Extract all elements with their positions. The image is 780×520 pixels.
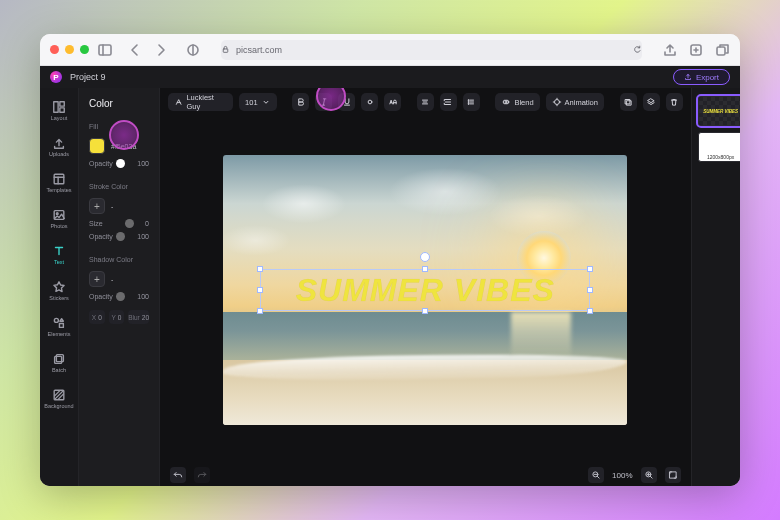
rail-templates[interactable]: Templates [40, 166, 78, 198]
rail-layout[interactable]: Layout [40, 94, 78, 126]
letter-case-button[interactable] [384, 93, 401, 111]
panel-title: Color [89, 98, 149, 109]
picsart-logo-icon[interactable]: P [50, 71, 62, 83]
traffic-lights [50, 45, 89, 54]
rail-text[interactable]: Text [40, 238, 78, 270]
blend-button[interactable]: Blend [495, 93, 539, 111]
underline-button[interactable] [338, 93, 355, 111]
resize-handle[interactable] [587, 266, 593, 272]
shadow-x-field[interactable]: X0 [89, 310, 105, 324]
refresh-icon[interactable] [633, 45, 642, 54]
spacing-button[interactable] [440, 93, 457, 111]
shadow-blur-field[interactable]: Blur20 [128, 310, 149, 324]
close-window-icon[interactable] [50, 45, 59, 54]
url-text: picsart.com [236, 45, 282, 55]
app-main: Layout Uploads Templates Photos Text Sti… [40, 88, 740, 486]
resize-handle[interactable] [257, 308, 263, 314]
lock-icon [221, 45, 230, 54]
svg-point-34 [468, 102, 469, 103]
minimize-window-icon[interactable] [65, 45, 74, 54]
shield-icon[interactable] [185, 42, 201, 58]
selection-box[interactable] [260, 269, 590, 311]
svg-rect-18 [59, 323, 63, 327]
rotate-handle-icon[interactable] [420, 252, 430, 262]
text-color-button[interactable] [361, 93, 378, 111]
page-thumbnail-1[interactable]: SUMMER VIBES [698, 96, 740, 126]
picsart-app: P Project 9 Export Layout Uploads Templa… [40, 66, 740, 486]
tabs-icon[interactable] [714, 42, 730, 58]
duplicate-button[interactable] [620, 93, 637, 111]
resize-handle[interactable] [422, 308, 428, 314]
font-icon [174, 97, 183, 107]
font-size-field[interactable]: 101 [239, 93, 277, 111]
url-bar[interactable]: picsart.com [221, 40, 642, 60]
bottom-bar: 100% [160, 464, 691, 486]
maximize-window-icon[interactable] [80, 45, 89, 54]
project-title: Project 9 [70, 72, 657, 82]
rail-batch[interactable]: Batch [40, 346, 78, 378]
svg-rect-10 [60, 101, 64, 105]
animation-icon [552, 97, 562, 107]
stroke-heading: Stroke Color [89, 183, 149, 190]
pages-panel: SUMMER VIBES 1200x800px [691, 88, 740, 486]
share-icon[interactable] [662, 42, 678, 58]
delete-button[interactable] [666, 93, 683, 111]
svg-rect-0 [99, 45, 111, 55]
canvas-wrap: Luckiest Guy 101 Ble [160, 88, 691, 486]
fill-hex-value[interactable]: #f5e03a [111, 143, 136, 150]
resize-handle[interactable] [257, 287, 263, 293]
opacity-label: Opacity [89, 160, 119, 167]
resize-handle[interactable] [587, 287, 593, 293]
design-canvas[interactable]: SUMMER VIBES [223, 155, 627, 425]
fill-heading: Fill [89, 123, 149, 130]
shadow-y-field[interactable]: Y0 [109, 310, 125, 324]
canvas-area[interactable]: SUMMER VIBES [160, 116, 691, 464]
resize-handle[interactable] [587, 308, 593, 314]
fit-screen-button[interactable] [665, 467, 681, 483]
sidebar-toggle-icon[interactable] [97, 42, 113, 58]
italic-button[interactable] [315, 93, 332, 111]
zoom-in-button[interactable] [641, 467, 657, 483]
svg-point-33 [468, 100, 469, 101]
chevron-down-icon [261, 97, 271, 107]
svg-point-35 [468, 103, 469, 104]
list-button[interactable] [463, 93, 480, 111]
redo-button[interactable] [194, 467, 210, 483]
zoom-out-button[interactable] [588, 467, 604, 483]
rail-elements[interactable]: Elements [40, 310, 78, 342]
rail-background[interactable]: Background [40, 382, 78, 414]
svg-rect-51 [669, 472, 675, 478]
add-shadow-color-button[interactable]: + [89, 271, 105, 287]
forward-icon[interactable] [153, 42, 169, 58]
fill-color-swatch[interactable] [89, 138, 105, 154]
canvas-sun-reflection [511, 312, 571, 361]
export-button[interactable]: Export [673, 69, 730, 85]
rail-stickers[interactable]: Stickers [40, 274, 78, 306]
animation-button[interactable]: Animation [546, 93, 604, 111]
resize-handle[interactable] [422, 266, 428, 272]
context-toolbar: Luckiest Guy 101 Ble [160, 88, 691, 116]
rail-uploads[interactable]: Uploads [40, 130, 78, 162]
resize-handle[interactable] [257, 266, 263, 272]
browser-chrome: picsart.com [40, 34, 740, 66]
layer-button[interactable] [643, 93, 660, 111]
left-rail: Layout Uploads Templates Photos Text Sti… [40, 88, 79, 486]
shadow-heading: Shadow Color [89, 256, 149, 263]
export-label: Export [696, 73, 719, 82]
new-tab-icon[interactable] [688, 42, 704, 58]
rail-photos[interactable]: Photos [40, 202, 78, 234]
svg-rect-8 [717, 47, 725, 55]
undo-button[interactable] [170, 467, 186, 483]
svg-line-24 [323, 99, 324, 105]
back-icon[interactable] [127, 42, 143, 58]
add-stroke-color-button[interactable]: + [89, 198, 105, 214]
svg-point-26 [368, 100, 372, 104]
align-button[interactable] [417, 93, 434, 111]
page-thumbnail-2[interactable]: 1200x800px [698, 132, 740, 162]
svg-point-17 [54, 318, 58, 322]
svg-line-50 [650, 476, 652, 478]
svg-line-46 [597, 476, 599, 478]
bold-button[interactable] [292, 93, 309, 111]
svg-rect-20 [56, 354, 63, 361]
font-picker[interactable]: Luckiest Guy [168, 93, 233, 111]
